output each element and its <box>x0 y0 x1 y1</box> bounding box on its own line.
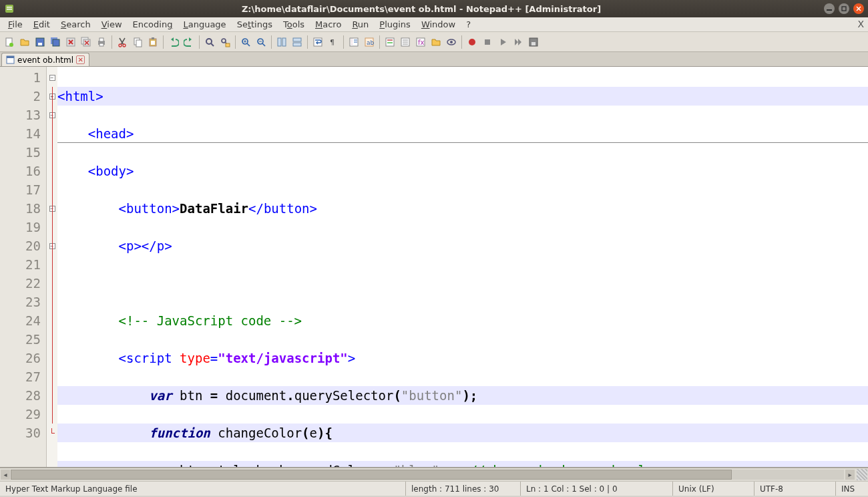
svg-rect-44 <box>278 38 281 46</box>
svg-rect-46 <box>293 38 301 41</box>
svg-rect-72 <box>7 56 14 58</box>
status-length: length : 711 lines : 30 <box>406 482 521 496</box>
svg-rect-58 <box>387 42 393 43</box>
menu-macro[interactable]: Macro <box>310 17 347 31</box>
file-tab[interactable]: event ob.html ✕ <box>1 53 89 66</box>
horizontal-scrollbar[interactable]: ◂ ▸ <box>0 468 868 481</box>
menu-plugins[interactable]: Plugins <box>374 17 416 31</box>
undo-icon[interactable] <box>167 35 180 49</box>
copy-icon[interactable] <box>131 35 144 49</box>
svg-point-67 <box>469 39 475 45</box>
tab-close-icon[interactable]: ✕ <box>76 55 85 64</box>
svg-rect-10 <box>38 43 42 45</box>
svg-rect-30 <box>152 37 154 39</box>
menu-help[interactable]: ? <box>461 17 476 31</box>
svg-rect-70 <box>531 42 535 45</box>
code-editor[interactable]: 12131415161718192021222324252627282930 −… <box>0 67 868 468</box>
record-icon[interactable] <box>465 35 479 49</box>
code-area[interactable]: <html> <head> <body> <button>DataFlair</… <box>57 67 868 467</box>
toolbar: ¶ ab fx <box>0 32 868 52</box>
svg-text:fx: fx <box>418 39 425 46</box>
menu-settings[interactable]: Settings <box>232 17 278 31</box>
menu-file[interactable]: File <box>3 17 28 31</box>
status-insert[interactable]: INS <box>836 482 868 496</box>
close-file-icon[interactable] <box>64 35 77 49</box>
wrap-icon[interactable] <box>311 35 324 49</box>
menu-tools[interactable]: Tools <box>278 17 310 31</box>
menu-search[interactable]: Search <box>55 17 96 31</box>
svg-point-25 <box>119 44 122 47</box>
stop-icon[interactable] <box>481 35 494 49</box>
sync-v-icon[interactable] <box>275 35 288 49</box>
svg-line-42 <box>262 43 265 46</box>
indent-guide-icon[interactable] <box>347 35 361 49</box>
show-all-chars-icon[interactable]: ¶ <box>327 35 340 49</box>
svg-rect-28 <box>136 40 142 47</box>
scroll-left-icon[interactable]: ◂ <box>1 470 10 480</box>
svg-rect-68 <box>485 39 490 45</box>
resize-grip-icon[interactable] <box>857 469 867 480</box>
save-icon[interactable] <box>33 35 47 49</box>
save-macro-icon[interactable] <box>527 35 540 49</box>
tab-label: event ob.html <box>17 55 73 65</box>
svg-rect-2 <box>7 9 12 10</box>
doc-map-icon[interactable] <box>383 35 397 49</box>
window-buttons <box>824 3 864 14</box>
menu-bar: File Edit Search View Encoding Language … <box>0 17 868 32</box>
redo-icon[interactable] <box>182 35 196 49</box>
open-file-icon[interactable] <box>18 35 31 49</box>
scroll-right-icon[interactable]: ▸ <box>845 470 855 480</box>
close-button[interactable] <box>853 3 864 14</box>
app-icon <box>4 3 15 14</box>
menu-edit[interactable]: Edit <box>28 17 55 31</box>
svg-point-26 <box>123 44 126 47</box>
menubar-close-icon[interactable]: X <box>857 19 864 29</box>
menu-window[interactable]: Window <box>416 17 461 31</box>
svg-point-8 <box>9 43 13 47</box>
svg-point-66 <box>450 41 453 43</box>
svg-rect-22 <box>99 43 103 46</box>
zoom-out-icon[interactable] <box>254 35 268 49</box>
zoom-in-icon[interactable] <box>239 35 252 49</box>
maximize-button[interactable] <box>839 3 849 14</box>
status-filetype: Hyper Text Markup Language file <box>0 482 406 496</box>
svg-rect-36 <box>226 43 230 47</box>
status-encoding[interactable]: UTF-8 <box>754 482 836 496</box>
lang-icon[interactable]: ab <box>363 35 376 49</box>
doc-list-icon[interactable] <box>399 35 412 49</box>
monitor-icon[interactable] <box>445 35 458 49</box>
fold-gutter[interactable]: − + − − − <box>47 67 57 467</box>
func-list-icon[interactable]: fx <box>414 35 427 49</box>
svg-text:¶: ¶ <box>330 38 335 47</box>
menu-language[interactable]: Language <box>178 17 231 31</box>
minimize-button[interactable] <box>824 3 835 14</box>
paste-icon[interactable] <box>146 35 160 49</box>
svg-line-33 <box>211 43 214 46</box>
svg-rect-47 <box>293 43 301 46</box>
save-all-icon[interactable] <box>49 35 62 49</box>
svg-rect-31 <box>151 41 155 45</box>
scroll-thumb[interactable] <box>11 470 732 480</box>
menu-run[interactable]: Run <box>347 17 374 31</box>
replace-icon[interactable] <box>218 35 232 49</box>
print-icon[interactable] <box>95 35 108 49</box>
svg-rect-4 <box>842 7 846 11</box>
status-eol[interactable]: Unix (LF) <box>673 482 754 496</box>
file-type-icon <box>6 55 15 64</box>
menu-view[interactable]: View <box>96 17 128 31</box>
window-title: Z:\home\dataflair\Documents\event ob.htm… <box>19 4 824 14</box>
play-icon[interactable] <box>496 35 509 49</box>
tab-bar: event ob.html ✕ <box>0 52 868 67</box>
svg-rect-21 <box>99 38 103 41</box>
sync-h-icon[interactable] <box>290 35 304 49</box>
svg-point-32 <box>206 39 212 44</box>
folder-icon[interactable] <box>429 35 443 49</box>
close-all-icon[interactable] <box>79 35 93 49</box>
status-position: Ln : 1 Col : 1 Sel : 0 | 0 <box>521 482 673 496</box>
find-icon[interactable] <box>203 35 216 49</box>
play-multi-icon[interactable] <box>511 35 525 49</box>
menu-encoding[interactable]: Encoding <box>128 17 178 31</box>
cut-icon[interactable] <box>116 35 129 49</box>
svg-rect-12 <box>53 39 59 46</box>
new-file-icon[interactable] <box>3 35 16 49</box>
